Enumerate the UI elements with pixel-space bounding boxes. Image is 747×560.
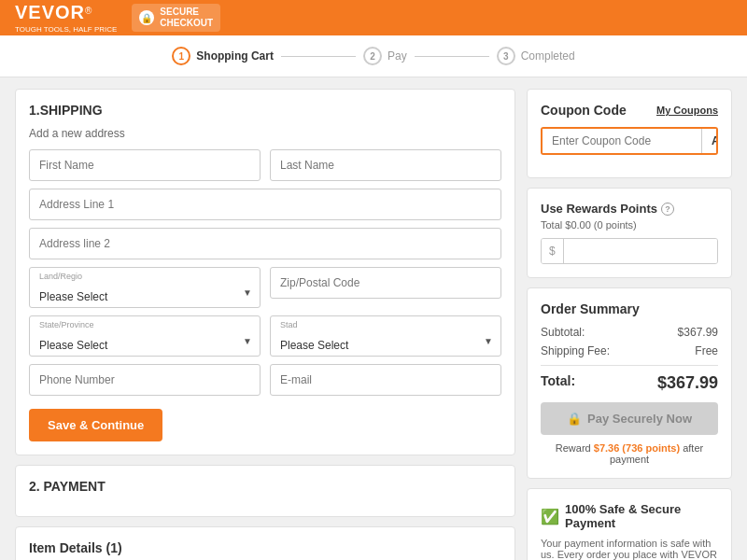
state-select[interactable]: State/Province Please Select ▼ xyxy=(29,315,261,357)
stad-arrow-icon: ▼ xyxy=(484,336,493,346)
reward-text: Reward xyxy=(556,442,594,454)
secure-payment-title: ✅ 100% Safe & Secure Payment xyxy=(541,502,718,530)
stad-label: Stad xyxy=(280,320,491,329)
secure-payment-section: ✅ 100% Safe & Secure Payment Your paymen… xyxy=(527,488,732,560)
shipping-value: Free xyxy=(695,344,718,357)
shipping-label: Shipping Fee: xyxy=(541,344,610,357)
state-label: State/Province xyxy=(39,320,250,329)
step1-label: Shopping Cart xyxy=(196,49,274,63)
email-input[interactable] xyxy=(270,364,501,396)
land-select[interactable]: Land/Regio Please Select ▼ xyxy=(29,267,261,308)
coupon-input[interactable] xyxy=(543,129,701,153)
state-value: Please Select xyxy=(39,339,250,352)
total-row: Total: $367.99 xyxy=(541,365,718,393)
pay-now-button: 🔒 Pay Securely Now xyxy=(541,402,718,435)
rewards-section: Use Rewards Points ? Total $0.00 (0 poin… xyxy=(527,188,732,278)
logo-vevor: VEVOR® TOUGH TOOLS, HALF PRICE xyxy=(15,2,117,34)
payment-section: 2. PAYMENT xyxy=(15,465,515,517)
reward-info: Reward $7.36 (736 points) after payment xyxy=(541,442,718,465)
reward-amount: $7.36 (736 points) xyxy=(594,442,680,454)
right-column: Coupon Code My Coupons Apply Use Rewards… xyxy=(527,89,732,560)
lock-pay-icon: 🔒 xyxy=(567,412,582,426)
coupon-input-row: Apply xyxy=(541,127,718,155)
my-coupons-link[interactable]: My Coupons xyxy=(656,105,718,116)
total-value: $367.99 xyxy=(657,373,718,393)
secure-label: SECURECHECKOUT xyxy=(160,7,213,29)
phone-input[interactable] xyxy=(29,364,261,396)
coupon-header: Coupon Code My Coupons xyxy=(541,103,718,118)
logo-container: VEVOR® TOUGH TOOLS, HALF PRICE xyxy=(15,2,117,34)
secure-payment-title-text: 100% Safe & Secure Payment xyxy=(565,502,718,530)
subtotal-value: $367.99 xyxy=(678,326,718,339)
stad-value: Please Select xyxy=(280,339,491,352)
lock-icon: 🔒 xyxy=(139,10,154,25)
rewards-info-icon[interactable]: ? xyxy=(661,203,674,216)
left-column: 1.SHIPPING Add a new address Land/Regio … xyxy=(15,89,515,560)
checkout-steps: 1 Shopping Cart 2 Pay 3 Completed xyxy=(0,35,747,77)
step-shopping-cart: 1 Shopping Cart xyxy=(172,47,274,65)
step3-circle: 3 xyxy=(497,47,515,65)
item-details-title: Item Details (1) xyxy=(29,540,501,555)
state-stad-row: State/Province Please Select ▼ Stad Plea… xyxy=(29,315,501,357)
payment-title: 2. PAYMENT xyxy=(29,479,501,494)
save-continue-button[interactable]: Save & Continue xyxy=(29,409,162,441)
rewards-input[interactable] xyxy=(564,239,718,263)
first-name-input[interactable] xyxy=(29,149,261,181)
name-row xyxy=(29,149,501,181)
subtotal-row: Subtotal: $367.99 xyxy=(541,326,718,339)
step-pay: 2 Pay xyxy=(363,47,407,65)
rewards-dollar-sign: $ xyxy=(542,239,564,263)
step-completed: 3 Completed xyxy=(497,47,575,65)
step3-label: Completed xyxy=(521,49,575,63)
subtotal-label: Subtotal: xyxy=(541,326,585,339)
last-name-input[interactable] xyxy=(270,149,501,181)
address1-input[interactable] xyxy=(29,189,501,220)
land-arrow-icon: ▼ xyxy=(243,287,252,298)
rewards-subtitle: Total $0.00 (0 points) xyxy=(541,219,718,231)
shipping-row: Shipping Fee: Free xyxy=(541,344,718,357)
rewards-title-text: Use Rewards Points xyxy=(541,202,657,216)
shipping-section: 1.SHIPPING Add a new address Land/Regio … xyxy=(15,89,515,455)
secure-checkout-badge: 🔒 SECURECHECKOUT xyxy=(132,4,220,32)
add-address-label: Add a new address xyxy=(29,127,501,140)
address2-input[interactable] xyxy=(29,228,501,259)
step-line-2 xyxy=(415,56,489,57)
total-label: Total: xyxy=(541,373,575,393)
rewards-input-row: $ Apply xyxy=(541,238,718,264)
land-zip-row: Land/Regio Please Select ▼ xyxy=(29,267,501,308)
step2-circle: 2 xyxy=(363,47,382,65)
rewards-title: Use Rewards Points ? xyxy=(541,202,718,216)
order-summary-section: Order Summary Subtotal: $367.99 Shipping… xyxy=(527,287,732,479)
step2-label: Pay xyxy=(388,49,407,63)
coupon-title-text: Coupon Code xyxy=(541,103,627,118)
step-line-1 xyxy=(281,56,356,57)
secure-payment-description: Your payment information is safe with us… xyxy=(541,538,718,560)
phone-email-row xyxy=(29,364,501,396)
pay-btn-label: Pay Securely Now xyxy=(587,412,692,426)
item-details-section: Item Details (1) 🔧 VEVOR 1 HP Refrigeran… xyxy=(15,526,515,560)
header: VEVOR® TOUGH TOOLS, HALF PRICE 🔒 SECUREC… xyxy=(0,0,747,35)
coupon-section: Coupon Code My Coupons Apply xyxy=(527,89,732,178)
coupon-apply-button[interactable]: Apply xyxy=(701,129,718,153)
zip-input[interactable] xyxy=(270,267,501,299)
main-container: 1.SHIPPING Add a new address Land/Regio … xyxy=(0,77,747,560)
shipping-title: 1.SHIPPING xyxy=(29,103,501,118)
stad-select[interactable]: Stad Please Select ▼ xyxy=(270,315,501,357)
shield-check-icon: ✅ xyxy=(541,508,559,525)
step1-circle: 1 xyxy=(172,47,190,65)
land-label: Land/Regio xyxy=(39,272,250,281)
order-summary-title: Order Summary xyxy=(541,301,718,316)
land-value: Please Select xyxy=(39,290,250,303)
state-arrow-icon: ▼ xyxy=(243,336,252,346)
